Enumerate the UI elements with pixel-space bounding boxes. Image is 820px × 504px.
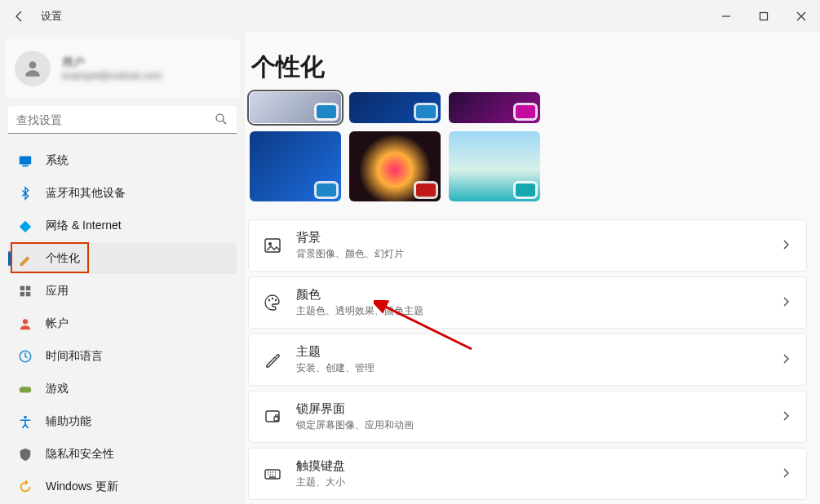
- settings-row-palette[interactable]: 颜色 主题色、透明效果、颜色主题: [248, 276, 807, 329]
- sidebar-item-label: 辅助功能: [46, 414, 91, 429]
- svg-point-14: [268, 242, 272, 245]
- close-button[interactable]: [782, 0, 820, 33]
- settings-row-text: 触摸键盘 主题、大小: [296, 458, 765, 489]
- chevron-right-icon: [780, 353, 791, 367]
- theme-preset[interactable]: [449, 131, 540, 201]
- sidebar-item-label: 帐户: [46, 316, 69, 331]
- titlebar: 设置: [0, 0, 820, 33]
- svg-point-16: [272, 298, 273, 299]
- maximize-button[interactable]: [745, 0, 782, 33]
- chevron-right-icon: [780, 239, 791, 253]
- sidebar-item-apps[interactable]: 应用: [8, 276, 237, 307]
- settings-row-title: 颜色: [296, 287, 765, 303]
- image-icon: [264, 237, 281, 254]
- svg-point-17: [275, 299, 277, 301]
- wifi-icon: [18, 219, 33, 233]
- sidebar-item-label: Windows 更新: [46, 480, 118, 494]
- nav-list: 系统 蓝牙和其他设备 网络 & Internet 个性化 应用 帐户 时间和语言…: [5, 145, 240, 502]
- system-icon: [18, 153, 33, 168]
- lockscreen-icon: [264, 408, 281, 426]
- privacy-icon: [18, 447, 33, 462]
- sidebar-item-label: 游戏: [46, 382, 69, 396]
- theme-accent-chip: [317, 105, 336, 118]
- settings-row-subtitle: 安装、创建、管理: [296, 361, 765, 375]
- theme-preset[interactable]: [449, 92, 540, 123]
- search-input[interactable]: [8, 106, 237, 134]
- theme-accent-chip: [317, 183, 336, 197]
- sidebar-item-label: 个性化: [46, 251, 80, 266]
- svg-point-12: [24, 416, 27, 419]
- settings-row-brush2[interactable]: 主题 安装、创建、管理: [248, 334, 807, 386]
- settings-row-title: 背景: [296, 230, 765, 245]
- theme-presets: [250, 92, 543, 201]
- svg-rect-5: [20, 286, 24, 290]
- sidebar: 用户 example@outlook.com 系统 蓝牙和其他设备 网络 & I…: [0, 33, 245, 504]
- settings-row-text: 锁屏界面 锁定屏幕图像、应用和动画: [296, 401, 765, 432]
- main-content: 个性化 背景 背景图像、颜色、幻灯片 颜色 主题色、透明效果、颜色主题 主题 安…: [245, 33, 820, 504]
- sidebar-item-label: 网络 & Internet: [46, 219, 122, 233]
- brush-icon: [18, 251, 33, 266]
- sidebar-item-time[interactable]: 时间和语言: [8, 341, 237, 372]
- time-icon: [18, 349, 33, 364]
- svg-rect-3: [20, 157, 31, 165]
- sidebar-item-wifi[interactable]: 网络 & Internet: [8, 210, 237, 241]
- settings-row-subtitle: 锁定屏幕图像、应用和动画: [296, 418, 765, 432]
- settings-row-image[interactable]: 背景 背景图像、颜色、幻灯片: [248, 219, 807, 272]
- settings-row-subtitle: 主题、大小: [296, 475, 765, 489]
- avatar: [15, 51, 51, 86]
- sidebar-item-update[interactable]: Windows 更新: [8, 471, 237, 502]
- sidebar-item-accessibility[interactable]: 辅助功能: [8, 406, 237, 437]
- svg-rect-8: [26, 292, 30, 296]
- theme-accent-chip: [516, 105, 535, 118]
- svg-point-9: [23, 319, 28, 324]
- back-button[interactable]: [10, 7, 29, 26]
- window-controls: [707, 0, 820, 33]
- settings-row-subtitle: 主题色、透明效果、颜色主题: [296, 304, 765, 318]
- chevron-right-icon: [780, 296, 791, 310]
- theme-preset[interactable]: [250, 131, 341, 201]
- apps-icon: [18, 284, 33, 298]
- chevron-right-icon: [780, 467, 791, 481]
- sidebar-item-brush[interactable]: 个性化: [8, 243, 237, 274]
- chevron-right-icon: [780, 410, 791, 424]
- sidebar-item-bluetooth[interactable]: 蓝牙和其他设备: [8, 178, 237, 209]
- sidebar-item-label: 时间和语言: [46, 349, 103, 364]
- settings-row-text: 背景 背景图像、颜色、幻灯片: [296, 230, 765, 261]
- minimize-button[interactable]: [707, 0, 745, 33]
- sidebar-item-account[interactable]: 帐户: [8, 308, 237, 339]
- page-title: 个性化: [251, 51, 812, 84]
- svg-point-2: [216, 114, 224, 122]
- sidebar-item-label: 应用: [46, 284, 69, 298]
- svg-point-1: [29, 61, 37, 69]
- theme-preset[interactable]: [250, 92, 341, 123]
- user-email: example@outlook.com: [62, 70, 162, 82]
- sidebar-item-label: 隐私和安全性: [46, 447, 114, 462]
- update-icon: [18, 480, 33, 494]
- svg-point-15: [268, 299, 270, 301]
- sidebar-item-system[interactable]: 系统: [8, 145, 237, 176]
- window-title: 设置: [41, 9, 62, 24]
- settings-row-keyboard[interactable]: 触摸键盘 主题、大小: [248, 448, 807, 500]
- user-text: 用户 example@outlook.com: [62, 55, 162, 82]
- search-box[interactable]: [8, 106, 237, 134]
- theme-accent-chip: [416, 183, 436, 197]
- sidebar-item-privacy[interactable]: 隐私和安全性: [8, 439, 237, 470]
- theme-accent-chip: [516, 183, 535, 197]
- bluetooth-icon: [18, 186, 33, 201]
- settings-list: 背景 背景图像、颜色、幻灯片 颜色 主题色、透明效果、颜色主题 主题 安装、创建…: [248, 219, 807, 500]
- user-card[interactable]: 用户 example@outlook.com: [5, 39, 240, 98]
- settings-row-title: 主题: [296, 344, 765, 360]
- sidebar-item-gaming[interactable]: 游戏: [8, 374, 237, 405]
- palette-icon: [264, 294, 281, 312]
- settings-row-title: 锁屏界面: [296, 401, 765, 417]
- svg-rect-4: [22, 165, 28, 166]
- svg-rect-7: [20, 292, 24, 296]
- settings-row-lockscreen[interactable]: 锁屏界面 锁定屏幕图像、应用和动画: [248, 391, 807, 443]
- theme-preset[interactable]: [349, 92, 441, 123]
- theme-preset[interactable]: [349, 131, 441, 201]
- svg-rect-19: [274, 417, 278, 421]
- settings-row-title: 触摸键盘: [296, 458, 765, 474]
- gaming-icon: [18, 382, 33, 396]
- search-icon: [214, 112, 228, 129]
- settings-row-text: 主题 安装、创建、管理: [296, 344, 765, 375]
